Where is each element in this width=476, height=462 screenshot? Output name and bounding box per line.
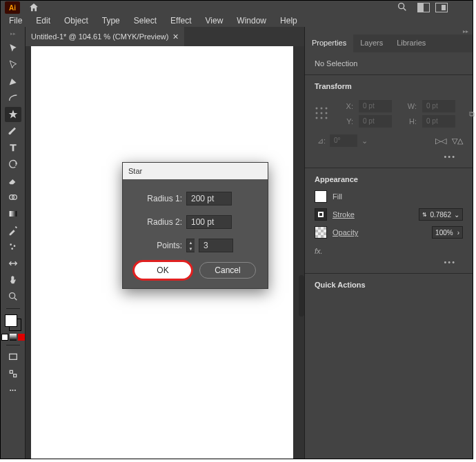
rotate-tool[interactable] <box>5 157 21 172</box>
opacity-label: Opacity <box>333 228 358 237</box>
type-tool[interactable] <box>5 140 21 155</box>
divider <box>6 345 20 345</box>
right-panel: ▸▸ Properties Layers Libraries No Select… <box>304 27 473 459</box>
svg-point-19 <box>321 117 323 119</box>
cancel-button[interactable]: Cancel <box>199 262 256 279</box>
radius2-label: Radius 2: <box>134 217 182 227</box>
transform-more-icon[interactable]: ••• <box>315 150 463 161</box>
workspace-switcher-icon[interactable] <box>435 3 448 12</box>
eyedropper-tool[interactable] <box>5 223 21 238</box>
points-stepper[interactable]: ▲▼ <box>186 239 195 252</box>
y-label: Y: <box>342 117 353 125</box>
tab-close-icon[interactable]: × <box>172 31 178 42</box>
appearance-more-icon[interactable]: ••• <box>315 255 463 266</box>
svg-point-17 <box>326 112 328 114</box>
svg-rect-11 <box>13 374 16 377</box>
menu-help[interactable]: Help <box>275 14 303 27</box>
opacity-input[interactable]: 100%› <box>432 226 463 239</box>
stroke-weight-input[interactable]: ⇅0.7862⌄ <box>419 208 463 221</box>
curvature-tool[interactable] <box>5 90 21 106</box>
scrollbar-thumb[interactable] <box>299 275 304 317</box>
selection-state: No Selection <box>305 52 473 74</box>
h-value: 0 pt <box>422 115 455 128</box>
menu-file[interactable]: File <box>3 14 28 27</box>
title-bar: Ai <box>1 1 473 14</box>
link-wh-icon[interactable]: ⧉ <box>469 110 475 119</box>
transform-title: Transform <box>315 82 463 90</box>
shape-builder-tool[interactable] <box>5 190 21 205</box>
svg-point-14 <box>326 108 328 110</box>
screen-mode-tool[interactable] <box>5 350 21 365</box>
radius1-label: Radius 1: <box>134 194 182 203</box>
svg-rect-4 <box>9 211 17 217</box>
svg-point-13 <box>321 108 323 110</box>
gradient-tool[interactable] <box>5 206 21 221</box>
fill-label: Fill <box>333 192 342 201</box>
svg-point-8 <box>9 293 14 299</box>
paintbrush-tool[interactable] <box>5 123 21 139</box>
home-icon[interactable] <box>28 2 39 13</box>
x-label: X: <box>342 102 353 110</box>
zoom-tool[interactable] <box>5 289 21 304</box>
direct-selection-tool[interactable] <box>5 57 21 72</box>
hand-tool[interactable] <box>5 272 21 288</box>
menu-select[interactable]: Select <box>128 14 162 27</box>
tab-layers[interactable]: Layers <box>353 34 390 52</box>
flip-horizontal-icon[interactable]: ▷◁ <box>435 137 446 145</box>
radius2-input[interactable] <box>186 215 232 229</box>
menu-window[interactable]: Window <box>231 14 272 27</box>
w-label: W: <box>406 102 417 110</box>
panel-collapse-icon[interactable]: ▸▸ <box>305 27 473 34</box>
y-value: 0 pt <box>359 115 392 128</box>
panel-tabs: Properties Layers Libraries <box>305 34 473 52</box>
stroke-label: Stroke <box>333 210 355 219</box>
points-label: Points: <box>134 241 182 250</box>
menu-bar: File Edit Object Type Select Effect View… <box>1 14 473 27</box>
document-tabs: Untitled-1* @ 104.61 % (CMYK/Preview) × <box>26 27 304 46</box>
appearance-title: Appearance <box>315 175 463 183</box>
opacity-swatch[interactable] <box>315 226 327 239</box>
fx-label[interactable]: fx. <box>315 247 463 255</box>
tab-libraries[interactable]: Libraries <box>390 34 433 52</box>
tab-properties[interactable]: Properties <box>305 34 353 52</box>
arrange-documents-icon[interactable] <box>417 3 430 12</box>
selection-tool[interactable] <box>5 41 21 56</box>
svg-point-6 <box>13 245 15 247</box>
menu-effect[interactable]: Effect <box>165 14 197 27</box>
w-value: 0 pt <box>422 100 455 112</box>
menu-type[interactable]: Type <box>97 14 126 27</box>
fill-stroke-swatch[interactable] <box>5 314 21 331</box>
quick-actions-section: Quick Actions <box>305 274 473 303</box>
stroke-swatch[interactable] <box>315 208 327 221</box>
symbol-sprayer-tool[interactable] <box>5 239 21 254</box>
pen-tool[interactable] <box>5 74 21 89</box>
divider <box>6 308 20 309</box>
h-label: H: <box>406 117 417 125</box>
document-tab-title: Untitled-1* @ 104.61 % (CMYK/Preview) <box>31 32 168 41</box>
points-input[interactable] <box>199 239 233 252</box>
menu-view[interactable]: View <box>200 14 229 27</box>
transform-section: Transform X:0 pt Y:0 pt W:0 pt H:0 pt ⧉ <box>305 75 473 168</box>
color-mode-swatches[interactable] <box>1 334 25 341</box>
document-tab[interactable]: Untitled-1* @ 104.61 % (CMYK/Preview) × <box>26 27 184 46</box>
ok-button[interactable]: OK <box>135 262 191 279</box>
menu-edit[interactable]: Edit <box>30 14 56 27</box>
menu-object[interactable]: Object <box>59 14 94 27</box>
app-logo: Ai <box>5 1 20 14</box>
flip-vertical-icon[interactable]: ▽△ <box>452 137 463 145</box>
angle-value: 0° <box>330 134 357 147</box>
svg-point-5 <box>10 243 12 245</box>
edit-toolbar[interactable] <box>5 366 21 381</box>
selection-label: No Selection <box>315 59 463 68</box>
radius1-input[interactable] <box>186 192 232 205</box>
star-tool[interactable] <box>5 107 21 122</box>
chevron-down-icon[interactable]: ⌄ <box>361 137 368 145</box>
fill-swatch[interactable] <box>315 190 327 203</box>
angle-label: ⊿: <box>315 137 326 145</box>
toolbar-header: ▸▸ <box>10 31 16 37</box>
eraser-tool[interactable] <box>5 173 21 188</box>
reference-point-icon[interactable] <box>315 106 328 121</box>
toolbar-more[interactable]: ··· <box>5 383 21 398</box>
width-tool[interactable] <box>5 256 21 271</box>
search-icon[interactable] <box>397 1 408 14</box>
